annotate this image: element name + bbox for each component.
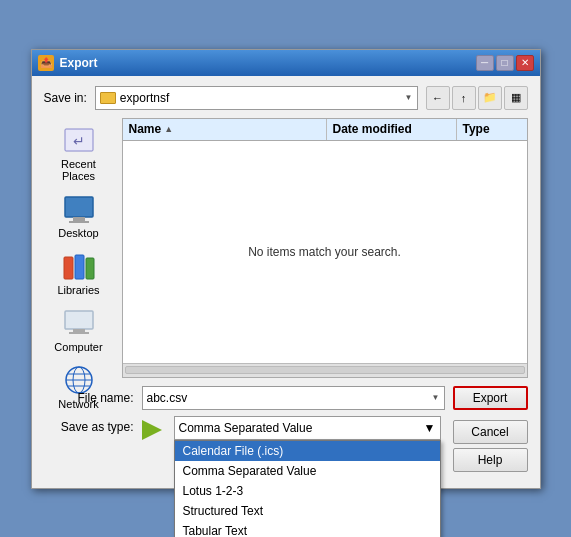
computer-label: Computer [54, 341, 102, 353]
up-button[interactable]: ↑ [452, 86, 476, 110]
sidebar-item-network[interactable]: Network [46, 362, 111, 413]
savetype-dropdown-list[interactable]: Calendar File (.ics) Comma Separated Val… [174, 440, 441, 538]
svg-rect-9 [73, 329, 85, 332]
savetype-row: Save as type: Comma Separated Value ▼ Ca… [44, 416, 528, 472]
save-in-label: Save in: [44, 91, 87, 105]
window-title: Export [60, 56, 98, 70]
filename-dropdown-arrow: ▼ [432, 393, 440, 402]
col-name: Name ▲ [123, 119, 327, 140]
filename-row: File name: abc.csv ▼ Export [44, 386, 528, 410]
views-button[interactable]: ▦ [504, 86, 528, 110]
col-type: Type [457, 119, 527, 140]
filename-label: File name: [44, 391, 134, 405]
dropdown-option-csv[interactable]: Comma Separated Value [175, 461, 440, 481]
dropdown-option-structured[interactable]: Structured Text [175, 501, 440, 521]
window-body: Save in: exportnsf ▼ ← ↑ 📁 ▦ [32, 76, 540, 488]
file-list-header: Name ▲ Date modified Type [123, 119, 527, 141]
sort-arrow-icon: ▲ [164, 124, 173, 134]
computer-icon [61, 308, 97, 338]
window-controls: ─ □ ✕ [476, 55, 534, 71]
filename-value: abc.csv [147, 391, 432, 405]
svg-rect-8 [65, 311, 93, 329]
recent-places-icon: ↵ [61, 125, 97, 155]
help-button[interactable]: Help [453, 448, 528, 472]
svg-text:↵: ↵ [73, 133, 85, 149]
maximize-button[interactable]: □ [496, 55, 514, 71]
export-button[interactable]: Export [453, 386, 528, 410]
main-area: ↵ Recent Places Desktop [44, 118, 528, 378]
svg-rect-5 [64, 257, 73, 279]
savetype-dropdown-container: Comma Separated Value ▼ Calendar File (.… [174, 416, 441, 440]
svg-rect-3 [73, 217, 85, 221]
minimize-button[interactable]: ─ [476, 55, 494, 71]
folder-icon [100, 92, 116, 104]
savetype-value: Comma Separated Value [179, 421, 424, 435]
window-icon: 📤 [38, 55, 54, 71]
arrow-right-icon [142, 420, 162, 440]
horizontal-scrollbar[interactable] [123, 363, 527, 377]
col-date: Date modified [327, 119, 457, 140]
sidebar-item-recent-places[interactable]: ↵ Recent Places [46, 122, 111, 185]
sidebar-item-desktop[interactable]: Desktop [46, 191, 111, 242]
form-rows: File name: abc.csv ▼ Export Save as type… [44, 386, 528, 472]
svg-rect-4 [69, 221, 89, 223]
libraries-icon [61, 251, 97, 281]
arrow-indicator [142, 420, 166, 440]
cancel-button[interactable]: Cancel [453, 420, 528, 444]
right-buttons: Cancel Help [453, 420, 528, 472]
desktop-label: Desktop [58, 227, 98, 239]
svg-rect-10 [69, 332, 89, 334]
scroll-track[interactable] [125, 366, 525, 374]
svg-rect-2 [65, 197, 93, 217]
left-nav-panel: ↵ Recent Places Desktop [44, 118, 114, 378]
dropdown-option-calendar[interactable]: Calendar File (.ics) [175, 441, 440, 461]
sidebar-item-computer[interactable]: Computer [46, 305, 111, 356]
empty-message: No items match your search. [248, 245, 401, 259]
libraries-label: Libraries [57, 284, 99, 296]
dropdown-option-lotus[interactable]: Lotus 1-2-3 [175, 481, 440, 501]
save-in-dropdown[interactable]: exportnsf ▼ [95, 86, 418, 110]
dropdown-option-tabular[interactable]: Tabular Text [175, 521, 440, 538]
recent-places-label: Recent Places [49, 158, 108, 182]
sidebar-item-libraries[interactable]: Libraries [46, 248, 111, 299]
svg-rect-6 [75, 255, 84, 279]
export-dialog: 📤 Export ─ □ ✕ Save in: exportnsf ▼ ← ↑ … [31, 49, 541, 489]
toolbar-icons: ← ↑ 📁 ▦ [426, 86, 528, 110]
savetype-label: Save as type: [44, 420, 134, 434]
desktop-icon [61, 194, 97, 224]
new-folder-button[interactable]: 📁 [478, 86, 502, 110]
file-list-body: No items match your search. [123, 141, 527, 363]
svg-rect-7 [86, 258, 94, 279]
folder-name: exportnsf [120, 91, 401, 105]
chevron-down-icon: ▼ [405, 93, 413, 102]
save-in-row: Save in: exportnsf ▼ ← ↑ 📁 ▦ [44, 86, 528, 110]
back-button[interactable]: ← [426, 86, 450, 110]
file-list-panel: Name ▲ Date modified Type No items match… [122, 118, 528, 378]
close-button[interactable]: ✕ [516, 55, 534, 71]
title-bar: 📤 Export ─ □ ✕ [32, 50, 540, 76]
filename-input[interactable]: abc.csv ▼ [142, 386, 445, 410]
savetype-dropdown-arrow: ▼ [424, 421, 436, 435]
savetype-select[interactable]: Comma Separated Value ▼ [174, 416, 441, 440]
